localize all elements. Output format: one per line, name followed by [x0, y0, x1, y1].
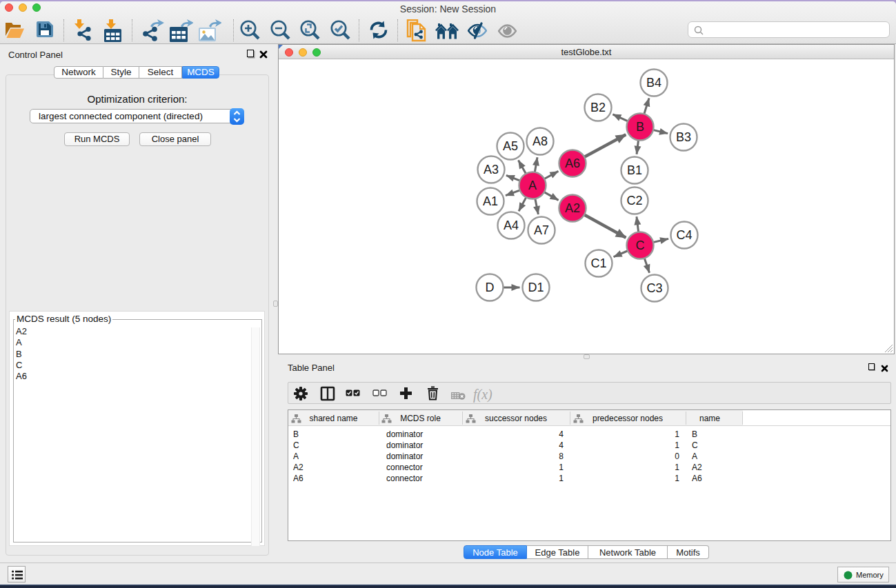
svg-text:A6: A6: [565, 156, 580, 170]
svg-text:B3: B3: [676, 130, 691, 144]
svg-text:B2: B2: [590, 101, 606, 114]
svg-text:C2: C2: [626, 194, 642, 207]
svg-text:D1: D1: [528, 281, 544, 294]
svg-text:C4: C4: [676, 228, 692, 242]
svg-text:B: B: [636, 120, 644, 134]
svg-text:A5: A5: [503, 139, 518, 153]
svg-text:A4: A4: [504, 219, 519, 232]
svg-text:A: A: [528, 179, 537, 192]
svg-text:B1: B1: [627, 163, 642, 177]
svg-text:A2: A2: [565, 201, 580, 215]
svg-text:A7: A7: [534, 223, 549, 237]
svg-text:C1: C1: [590, 256, 606, 270]
svg-text:C: C: [636, 239, 645, 252]
svg-text:C3: C3: [646, 281, 662, 295]
svg-text:A8: A8: [532, 134, 548, 148]
svg-text:B4: B4: [646, 76, 661, 90]
svg-text:A3: A3: [484, 163, 499, 176]
svg-text:D: D: [486, 281, 495, 294]
svg-text:A1: A1: [483, 194, 498, 208]
